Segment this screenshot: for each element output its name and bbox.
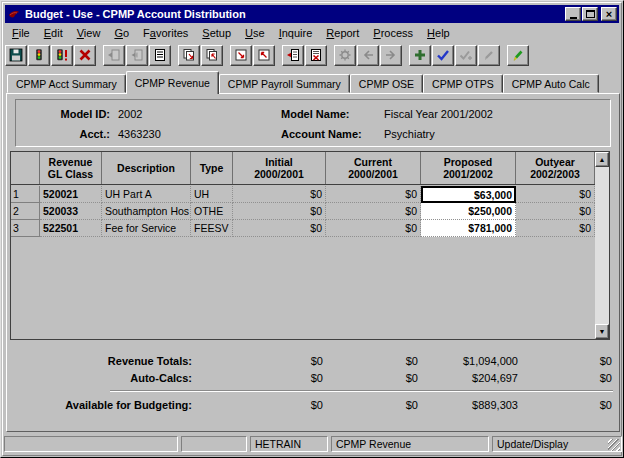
delete-row-button[interactable] [305,45,327,66]
menu-inquire[interactable]: Inquire [272,25,320,41]
copy-page-down-button[interactable] [178,45,200,66]
tab-cpmp-acct-summary[interactable]: CPMP Acct Summary [7,74,126,93]
worklist-icon [153,48,167,62]
close-button[interactable]: × [601,7,617,21]
edit-pencil-button [478,45,500,66]
cell-gl-class: 520021 [40,186,102,203]
add-button[interactable] [409,45,431,66]
tab-cpmp-auto-calc[interactable]: CPMP Auto Calc [503,74,599,93]
cell-description: Southampton Hos [102,203,191,220]
row-number: 2 [11,203,40,220]
vertical-scrollbar[interactable]: ▲ ▼ [595,152,609,339]
menu-help[interactable]: Help [420,25,457,41]
menu-bar: File Edit View Go Favorites Setup Use In… [5,24,619,42]
menu-setup[interactable]: Setup [195,25,238,41]
update-check-button[interactable] [432,45,454,66]
maximize-icon [586,10,595,18]
insert-row-button[interactable] [282,45,304,66]
save-button[interactable] [5,45,27,66]
cell-current: $0 [326,220,421,237]
drill-down-icon [234,48,248,62]
menu-go[interactable]: Go [107,25,136,41]
highlight-pen-button[interactable] [507,45,529,66]
cell-proposed-input[interactable]: $781,000 [421,220,516,237]
acct-value: 4363230 [118,128,161,140]
revenue-grid: RevenueGL Class Description Type Initial… [10,151,610,340]
model-id-label: Model ID: [22,108,110,120]
available-outyear: $0 [518,399,612,411]
arrow-up-icon: ▲ [599,156,606,163]
cell-initial: $0 [233,186,326,203]
revenue-totals-label: Revenue Totals: [10,355,192,367]
cell-proposed-input[interactable]: $250,000 [421,203,516,220]
table-row: 3 522501 Fee for Service FEESV $0 $0 $78… [11,220,595,237]
forward-arrow-icon [384,48,398,62]
back-button [357,45,379,66]
drill-down-button[interactable] [230,45,252,66]
status-mode: Update/Display [492,436,622,452]
menu-process[interactable]: Process [366,25,420,41]
delete-x-icon [78,48,92,62]
cell-outyear: $0 [516,203,595,220]
totals-divider [110,390,613,392]
maximize-button[interactable] [582,7,598,21]
revenue-totals-row: Revenue Totals: $0 $0 $1,094,000 $0 [10,352,612,369]
save-icon [9,48,23,62]
status-operator: HETRAIN [250,436,328,452]
tab-cpmp-payroll-summary[interactable]: CPMP Payroll Summary [219,74,350,93]
minimize-icon [570,17,577,19]
auto-calcs-current: $0 [323,372,418,384]
auto-calcs-row: Auto-Calcs: $0 $0 $204,697 $0 [10,369,612,386]
close-icon: × [606,9,612,19]
check-plus-icon [459,48,473,62]
traffic-light-icon [32,48,46,62]
minimize-button[interactable] [565,7,581,21]
model-name-value: Fiscal Year 2001/2002 [384,108,493,120]
status-bar: HETRAIN CPMP Revenue Update/Display [4,435,622,453]
header-current: Current2000/2001 [326,152,421,184]
pencil-icon [482,48,496,62]
drill-up-icon [257,48,271,62]
cell-gl-class: 522501 [40,220,102,237]
copy-pages-down-icon [182,48,196,62]
cell-proposed-input[interactable]: $63,000 [421,186,516,203]
menu-favorites[interactable]: Favorites [136,25,195,41]
menu-edit[interactable]: Edit [37,25,70,41]
gear-icon [338,48,352,62]
arrow-down-icon: ▼ [599,328,606,335]
title-bar[interactable]: Budget - Use - CPMP Account Distribution… [5,5,619,23]
copy-next-icon [130,48,144,62]
delete-row-icon [309,48,323,62]
tab-cpmp-revenue[interactable]: CPMP Revenue [126,71,219,94]
run-alert-button[interactable] [51,45,73,66]
tab-cpmp-otps[interactable]: CPMP OTPS [423,74,503,93]
table-row: 1 520021 UH Part A UH $0 $0 $63,000 $0 [11,186,595,203]
totals-section: Revenue Totals: $0 $0 $1,094,000 $0 Auto… [10,352,612,413]
run-button[interactable] [28,45,50,66]
scroll-down-button[interactable]: ▼ [595,324,609,339]
revenue-total-initial: $0 [192,355,323,367]
available-current: $0 [323,399,418,411]
highlight-pen-icon [511,48,525,62]
check-icon [436,48,450,62]
app-icon[interactable] [7,7,21,21]
delete-button[interactable] [74,45,96,66]
model-id-value: 2002 [118,108,142,120]
auto-calcs-proposed: $204,697 [418,372,518,384]
copy-page-up-button[interactable] [201,45,223,66]
plus-icon [413,48,427,62]
back-arrow-icon [361,48,375,62]
menu-view[interactable]: View [70,25,108,41]
row-number: 3 [11,220,40,237]
revenue-total-proposed: $1,094,000 [418,355,518,367]
drill-up-button[interactable] [253,45,275,66]
resize-grip[interactable] [608,439,620,451]
scroll-up-button[interactable]: ▲ [595,152,609,167]
menu-report[interactable]: Report [319,25,366,41]
worklist-button[interactable] [149,45,171,66]
menu-use[interactable]: Use [238,25,272,41]
tab-cpmp-ose[interactable]: CPMP OSE [350,74,423,93]
menu-file[interactable]: File [5,25,37,41]
page-content: Model ID: 2002 Model Name: Fiscal Year 2… [6,93,620,432]
available-proposed: $889,303 [418,399,518,411]
